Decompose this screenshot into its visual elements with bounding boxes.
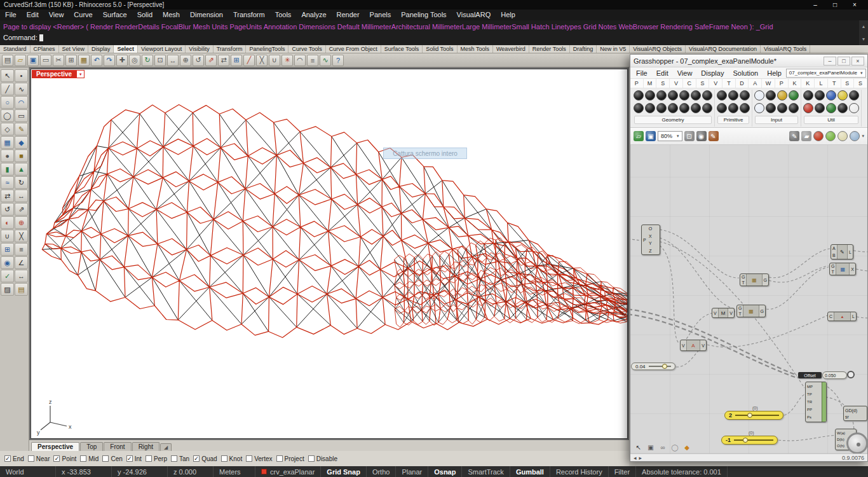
sidebar-tool-icon[interactable]: ∪ <box>1 230 14 242</box>
toolbar-icon[interactable]: ▤ <box>2 55 13 66</box>
gh-toolbar-icon[interactable]: ⊡ <box>684 131 695 141</box>
gh-port[interactable]: sr <box>845 415 865 419</box>
gh-category-tab[interactable]: L <box>815 79 828 88</box>
scroll-up-icon[interactable]: ▲ <box>862 21 866 32</box>
command-area[interactable]: Page to display <Render> ( Render Render… <box>0 20 868 45</box>
toolbar-icon[interactable]: ⇗ <box>205 55 217 66</box>
gh-port-out[interactable]: V <box>702 343 705 348</box>
gh-menu-item[interactable]: Display <box>696 69 728 77</box>
gh-category-tab[interactable]: S <box>854 79 867 88</box>
osnap-checkbox[interactable] <box>53 455 60 462</box>
toolbar-tab[interactable]: Surface Tools <box>381 45 423 53</box>
toolbar-icon[interactable]: ▣ <box>27 55 39 66</box>
sidebar-tool-icon[interactable]: ↔ <box>15 270 28 282</box>
status-pane[interactable]: Grid Snap <box>321 466 367 477</box>
osnap-toggle[interactable]: Perp <box>146 455 167 462</box>
sidebar-tool-icon[interactable]: ⊞ <box>1 243 14 256</box>
toolbar-tab[interactable]: Mesh Tools <box>458 45 493 53</box>
status-pane[interactable]: Planar <box>396 466 428 477</box>
gh-port-out[interactable]: X <box>851 267 854 272</box>
gh-component-icon[interactable] <box>668 90 678 100</box>
menu-item[interactable]: View <box>44 10 69 20</box>
gh-canvas-widget-icon[interactable]: ▣ <box>646 443 655 452</box>
osnap-checkbox[interactable] <box>102 455 109 462</box>
sidebar-tool-icon[interactable]: ○ <box>1 96 14 109</box>
menu-item[interactable]: Panels <box>365 10 397 20</box>
toolbar-tab[interactable]: Curve From Object <box>326 45 381 53</box>
gh-port-in[interactable]: B <box>832 253 836 258</box>
status-pane[interactable]: SmartTrack <box>462 466 510 477</box>
gh-canvas-widget-icon[interactable]: ◆ <box>682 443 691 452</box>
gh-component-icon[interactable] <box>740 103 750 113</box>
gh-port-out[interactable]: V <box>729 311 733 315</box>
gh-port-in[interactable]: MP <box>807 385 820 389</box>
gh-component-icon[interactable] <box>815 90 825 100</box>
toolbar-icon[interactable]: ↻ <box>142 55 153 66</box>
osnap-toggle[interactable]: Quad <box>193 455 217 462</box>
sidebar-tool-icon[interactable]: ■ <box>15 149 28 162</box>
toolbar-icon[interactable]: ╳ <box>256 55 268 66</box>
gh-offset-knob[interactable] <box>847 371 855 378</box>
toolbar-tab[interactable]: Render Tools <box>529 45 570 53</box>
gh-component-icon[interactable] <box>754 103 764 113</box>
toolbar-tab[interactable]: Select <box>114 45 138 53</box>
gh-canvas-widget-icon[interactable]: ◯ <box>670 443 679 452</box>
gh-port-in[interactable]: W(a) <box>837 431 849 436</box>
toolbar-tab[interactable]: New in V5 <box>597 45 630 53</box>
toolbar-tab[interactable]: VisualARQ Objects <box>630 45 686 53</box>
gh-component-geometry-1[interactable]: GT ▦ G <box>740 273 769 286</box>
sidebar-tool-icon[interactable]: ◯ <box>1 109 14 122</box>
gh-menu-item[interactable]: Edit <box>652 69 673 77</box>
gh-component-icon[interactable] <box>789 90 799 100</box>
menu-item[interactable]: Surface <box>98 10 132 20</box>
gh-category-tab[interactable]: W <box>762 79 775 88</box>
command-scrollbar[interactable]: ▲ ▼ <box>859 20 868 45</box>
gh-port-out[interactable]: Y <box>649 241 652 245</box>
gh-component-icon[interactable] <box>728 90 738 100</box>
gh-port-in[interactable]: T <box>739 312 742 316</box>
gh-close-button[interactable]: × <box>851 57 864 66</box>
toolbar-icon[interactable]: ✚ <box>116 55 128 66</box>
gh-category-tab[interactable]: T <box>722 79 736 88</box>
toolbar-icon[interactable]: ✳ <box>281 55 293 66</box>
gh-port-out[interactable]: G <box>761 309 764 314</box>
gh-toolbar-icon[interactable]: ▣ <box>646 131 656 141</box>
osnap-toggle[interactable]: Vertex <box>246 455 272 462</box>
gh-component-line[interactable]: AB ✎ L <box>831 244 853 259</box>
viewport-tab-grip-icon[interactable]: ◢ <box>160 443 172 451</box>
viewport-tab[interactable]: Right <box>132 442 159 451</box>
sidebar-tool-icon[interactable]: ▭ <box>15 109 28 122</box>
gh-category-tab[interactable]: M <box>644 79 657 88</box>
gh-slider-knob[interactable] <box>662 364 667 369</box>
gh-port-in[interactable]: V <box>714 311 717 315</box>
gh-dial-widget[interactable] <box>846 432 867 453</box>
gh-component-icon[interactable] <box>777 90 787 100</box>
gh-canvas[interactable]: P OXYZ GT ▦ G GT ▦ G V M V <box>630 145 867 453</box>
gh-document-selector[interactable]: 07_complex_exaPanelModule ▾ <box>786 69 866 78</box>
viewport-tab[interactable]: Perspective <box>31 442 79 451</box>
gh-port-in[interactable]: C <box>829 314 832 319</box>
gh-component-icon[interactable] <box>691 90 701 100</box>
gh-port-out[interactable]: Z <box>649 249 651 253</box>
menu-item[interactable]: Edit <box>22 10 44 20</box>
gh-component-vector-2[interactable]: V A V <box>680 340 707 351</box>
gh-port-out[interactable]: O <box>649 226 652 231</box>
sidebar-tool-icon[interactable]: ▲ <box>15 163 28 176</box>
gh-toolbar-icon[interactable]: ▱ <box>634 131 644 141</box>
osnap-toggle[interactable]: Tan <box>171 455 189 462</box>
gh-component-icon[interactable] <box>717 103 727 113</box>
gh-slider-track[interactable] <box>734 439 773 441</box>
gh-component-panel-module[interactable]: MPTPTRPPPs <box>805 382 827 422</box>
gh-menu-item[interactable]: Help <box>763 69 786 77</box>
gh-menu-item[interactable]: Solution <box>728 69 763 77</box>
gh-preview-icon[interactable] <box>813 131 824 141</box>
osnap-toggle[interactable]: Near <box>28 455 50 462</box>
command-prompt[interactable]: Command: <box>3 32 858 43</box>
gh-component-icon[interactable] <box>634 90 644 100</box>
toolbar-icon[interactable]: ∿ <box>320 55 331 66</box>
gh-component-icon[interactable] <box>656 90 667 100</box>
menu-item[interactable]: Dimension <box>185 10 228 20</box>
gh-category-tab[interactable]: K <box>789 79 802 88</box>
toolbar-tab[interactable]: Transform <box>214 45 247 53</box>
gh-component-icon[interactable] <box>702 103 712 113</box>
